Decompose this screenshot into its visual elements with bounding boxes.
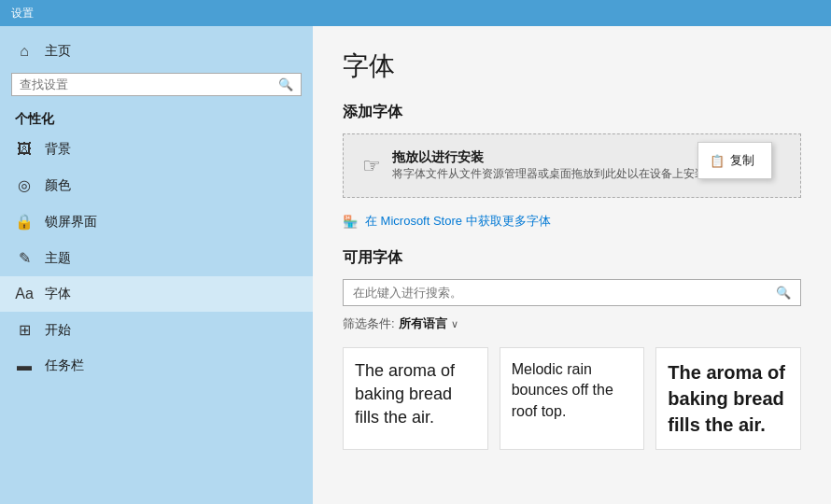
sidebar-item-home-label: 主页 — [45, 43, 71, 60]
sidebar-item-start[interactable]: ⊞ 开始 — [0, 312, 313, 348]
lockscreen-icon: 🔒 — [15, 213, 34, 231]
sidebar-item-background[interactable]: 🖼 背景 — [0, 132, 313, 167]
home-icon: ⌂ — [15, 43, 34, 60]
font-card-1[interactable]: The aroma of baking bread fills the air. — [343, 347, 488, 450]
page-title: 字体 — [343, 49, 801, 84]
search-input[interactable] — [20, 77, 278, 91]
sidebar-item-color[interactable]: ◎ 颜色 — [0, 167, 313, 203]
sidebar-item-lockscreen-label: 锁屏界面 — [45, 214, 97, 231]
top-bar: 设置 — [0, 0, 831, 26]
available-fonts-section-title: 可用字体 — [343, 248, 801, 268]
search-icon: 🔍 — [278, 77, 293, 91]
font-preview-text-3: The aroma of baking bread fills the air. — [668, 359, 789, 438]
sidebar-item-start-label: 开始 — [45, 322, 71, 339]
filter-row: 筛选条件: 所有语言 ∨ — [343, 315, 801, 332]
copy-icon: 📋 — [710, 154, 725, 168]
background-icon: 🖼 — [15, 141, 34, 158]
font-icon: Aa — [15, 286, 34, 302]
sidebar-item-background-label: 背景 — [45, 141, 71, 158]
sidebar-item-theme[interactable]: ✎ 主题 — [0, 240, 313, 276]
sidebar-item-theme-label: 主题 — [45, 250, 71, 267]
filter-label: 筛选条件: — [343, 315, 395, 332]
store-link-text: 在 Microsoft Store 中获取更多字体 — [365, 213, 551, 230]
font-search-icon: 🔍 — [776, 286, 791, 300]
store-link[interactable]: 🏪 在 Microsoft Store 中获取更多字体 — [343, 213, 801, 230]
color-icon: ◎ — [15, 176, 34, 194]
font-search-box[interactable]: 🔍 — [343, 279, 801, 306]
content-area: 字体 添加字体 ☞ 拖放以进行安装 将字体文件从文件资源管理器或桌面拖放到此处以… — [313, 26, 831, 504]
font-preview-text-1: The aroma of baking bread fills the air. — [355, 359, 476, 430]
context-menu-copy[interactable]: 📋 复制 — [698, 147, 771, 175]
sidebar-item-home[interactable]: ⌂ 主页 — [0, 34, 313, 69]
add-font-section-title: 添加字体 — [343, 103, 801, 122]
store-icon: 🏪 — [343, 215, 358, 229]
filter-value[interactable]: 所有语言 — [399, 315, 447, 332]
sidebar-item-color-label: 颜色 — [45, 177, 71, 194]
sidebar-item-lockscreen[interactable]: 🔒 锁屏界面 — [0, 203, 313, 240]
taskbar-icon: ▬ — [15, 357, 34, 374]
font-card-2[interactable]: Melodic rain bounces off the roof top. — [500, 347, 645, 450]
top-bar-title: 设置 — [11, 6, 34, 21]
search-box[interactable]: 🔍 — [11, 73, 302, 96]
font-search-input[interactable] — [353, 286, 776, 300]
sidebar-item-font-label: 字体 — [45, 286, 71, 302]
theme-icon: ✎ — [15, 249, 34, 267]
sidebar-item-font[interactable]: Aa 字体 — [0, 276, 313, 312]
font-card-3[interactable]: The aroma of baking bread fills the air. — [655, 347, 801, 450]
font-preview-text-2: Melodic rain bounces off the roof top. — [512, 359, 633, 422]
main-container: ⌂ 主页 🔍 个性化 🖼 背景 ◎ 颜色 🔒 锁屏界面 ✎ 主题 — [0, 26, 831, 504]
start-icon: ⊞ — [15, 321, 34, 339]
sidebar-item-taskbar[interactable]: ▬ 任务栏 — [0, 348, 313, 384]
sidebar-item-taskbar-label: 任务栏 — [45, 357, 84, 374]
context-menu: 📋 复制 — [697, 142, 772, 179]
chevron-down-icon: ∨ — [451, 318, 458, 330]
font-grid: The aroma of baking bread fills the air.… — [343, 347, 801, 450]
context-menu-copy-label: 复制 — [730, 152, 754, 169]
sidebar: ⌂ 主页 🔍 个性化 🖼 背景 ◎ 颜色 🔒 锁屏界面 ✎ 主题 — [0, 26, 313, 504]
sidebar-section-label: 个性化 — [0, 104, 313, 132]
drop-zone[interactable]: ☞ 拖放以进行安装 将字体文件从文件资源管理器或桌面拖放到此处以在设备上安装字体… — [343, 133, 801, 198]
drop-zone-cursor-icon: ☞ — [362, 154, 381, 178]
